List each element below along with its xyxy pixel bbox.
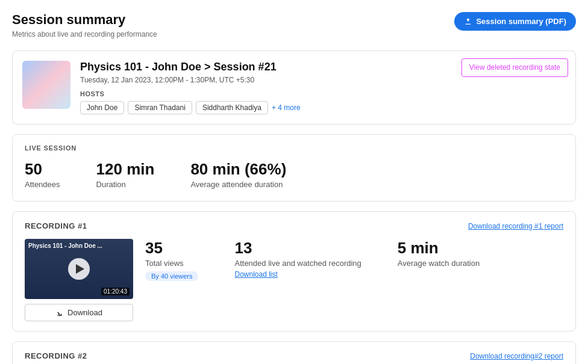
pdf-button[interactable]: Session summary (PDF) — [454, 12, 576, 31]
recording-1-section: RECORDING #1 Download recording #1 repor… — [12, 211, 576, 332]
rec1-download-list-link[interactable]: Download list — [234, 270, 361, 279]
duration-label: Duration — [96, 180, 155, 189]
hosts-list: John Doe Simran Thadani Siddharth Khadiy… — [80, 101, 566, 114]
recording-1-thumbnail-container: Physics 101 - John Doe ... 01:20:43 Down… — [25, 239, 133, 321]
live-session-section: LIVE SESSION 50 Attendees 120 min Durati… — [12, 134, 576, 202]
rec1-stat-views: 35 Total views By 40 viewers — [145, 239, 198, 281]
rec1-stat-attended: 13 Attended live and watched recording D… — [234, 239, 361, 281]
duration-number: 120 min — [96, 160, 155, 179]
recording-1-stats: 35 Total views By 40 viewers 13 Attended… — [145, 239, 563, 281]
live-session-stats: 50 Attendees 120 min Duration 80 min (66… — [25, 160, 563, 189]
rec1-views-label: Total views — [145, 259, 198, 268]
session-card: Physics 101 - John Doe > Session #21 Tue… — [12, 51, 576, 125]
host-badge-2: Siddharth Khadiya — [196, 101, 268, 114]
page-subtitle: Metrics about live and recording perform… — [12, 30, 157, 39]
avg-duration-number: 80 min (66%) — [190, 160, 286, 179]
rec1-viewers-badge: By 40 viewers — [145, 271, 198, 281]
rec1-attended-label: Attended live and watched recording — [234, 259, 361, 268]
host-badge-1: Simran Thadani — [128, 101, 192, 114]
page-container: Session summary Metrics about live and r… — [0, 0, 588, 364]
pdf-button-label: Session summary (PDF) — [476, 17, 566, 26]
rec1-watch-label: Average watch duration — [398, 259, 480, 268]
attendees-label: Attendees — [25, 180, 60, 189]
recording-1-download-button[interactable]: Download — [25, 304, 133, 321]
stat-avg-duration: 80 min (66%) Average attendee duration — [190, 160, 286, 189]
recording-2-section: RECORDING #2 Download recording#2 report… — [12, 341, 576, 364]
stat-duration: 120 min Duration — [96, 160, 155, 189]
rec1-watch-number: 5 min — [398, 239, 480, 258]
rec1-views-number: 35 — [145, 239, 198, 258]
recording-1-header: RECORDING #1 Download recording #1 repor… — [25, 221, 563, 230]
download-icon-rec1 — [55, 309, 64, 317]
view-deleted-recording-button[interactable]: View deleted recording state — [461, 58, 568, 77]
live-session-label: LIVE SESSION — [25, 144, 563, 152]
header-text: Session summary Metrics about live and r… — [12, 12, 157, 39]
recording-1-video-thumb: Physics 101 - John Doe ... 01:20:43 — [25, 239, 133, 299]
attendees-number: 50 — [25, 160, 60, 179]
session-date: Tuesday, 12 Jan 2023, 12:00PM - 1:30PM, … — [80, 76, 566, 84]
hosts-label: HOSTS — [80, 90, 566, 97]
recording-2-header: RECORDING #2 Download recording#2 report — [25, 351, 563, 360]
recording-1-body: Physics 101 - John Doe ... 01:20:43 Down… — [25, 239, 563, 321]
session-thumbnail — [22, 61, 70, 109]
download-icon — [464, 17, 472, 26]
page-header: Session summary Metrics about live and r… — [12, 12, 576, 39]
stat-attendees: 50 Attendees — [25, 160, 60, 189]
recording-1-title: RECORDING #1 — [25, 221, 87, 230]
recording-1-duration: 01:20:43 — [101, 288, 130, 295]
avg-duration-label: Average attendee duration — [190, 180, 286, 189]
recording-2-title: RECORDING #2 — [25, 351, 87, 360]
host-badge-0: John Doe — [80, 101, 124, 114]
recording-1-report-link[interactable]: Download recording #1 report — [468, 222, 563, 230]
recording-1-play-button[interactable] — [68, 258, 90, 280]
page-title: Session summary — [12, 12, 157, 28]
recording-2-report-link[interactable]: Download recording#2 report — [470, 352, 563, 360]
recording-1-video-label: Physics 101 - John Doe ... — [28, 242, 102, 249]
more-hosts-link[interactable]: + 4 more — [272, 103, 301, 112]
rec1-attended-number: 13 — [234, 239, 361, 258]
rec1-stat-watch-duration: 5 min Average watch duration — [398, 239, 480, 281]
recording-1-download-label: Download — [67, 308, 102, 317]
